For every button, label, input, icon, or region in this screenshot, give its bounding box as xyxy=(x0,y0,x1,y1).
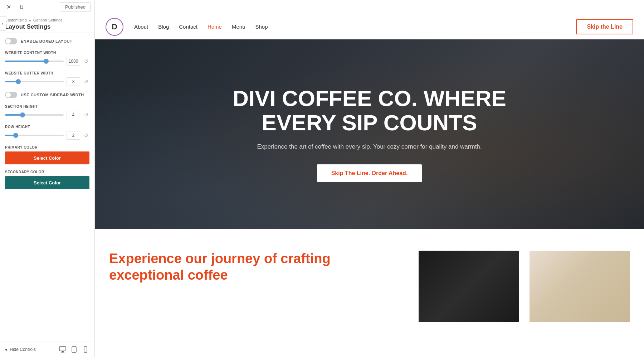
eye-icon: ● xyxy=(5,347,8,352)
website-content-width-label: WEBSITE CONTENT WIDTH xyxy=(5,51,89,55)
nav-blog[interactable]: Blog xyxy=(158,24,169,30)
row-height-slider[interactable] xyxy=(5,135,64,136)
primary-color-button[interactable]: Select Color xyxy=(5,151,89,164)
svg-rect-5 xyxy=(84,347,87,352)
breadcrumb-section: General Settings xyxy=(33,18,63,22)
section-height-row: 4 ↺ xyxy=(5,111,89,119)
tablet-icon[interactable] xyxy=(70,346,78,353)
sidebar-panel: ‹ Customizing ▸ General Settings Layout … xyxy=(0,14,95,357)
phone-icon[interactable] xyxy=(82,346,89,353)
primary-color-section: PRIMARY COLOR Select Color xyxy=(5,145,89,164)
top-bar-left: ✕ ⇅ Published xyxy=(0,0,95,14)
hero-content: DIVI COFFEE CO. WHERE EVERY SIP COUNTS E… xyxy=(209,86,531,182)
use-custom-sidebar-label: USE CUSTOM SIDEBAR WIDTH xyxy=(21,93,84,97)
section-height-label: SECTION HEIGHT xyxy=(5,105,89,108)
below-hero-text: Experience our journey of crafting excep… xyxy=(109,251,408,283)
desktop-icon[interactable] xyxy=(59,346,67,353)
breadcrumb-arrow: ▸ xyxy=(29,18,32,22)
website-gutter-width-value: 3 xyxy=(67,77,80,86)
svg-rect-0 xyxy=(59,347,66,351)
section-height-section: SECTION HEIGHT 4 ↺ xyxy=(5,105,89,119)
panel-controls: ENABLE BOXED LAYOUT WEBSITE CONTENT WIDT… xyxy=(0,33,94,342)
secondary-color-section: SECONDARY COLOR Select Color xyxy=(5,170,89,189)
section-height-reset[interactable]: ↺ xyxy=(83,112,89,118)
website-content-width-row: 1080 ↺ xyxy=(5,57,89,66)
published-button[interactable]: Published xyxy=(60,3,91,11)
hide-controls-button[interactable]: ● Hide Controls xyxy=(5,347,36,352)
svg-point-4 xyxy=(74,351,74,352)
row-height-section: ROW HEIGHT 2 ↺ xyxy=(5,125,89,140)
page-title: Layout Settings xyxy=(5,23,89,30)
site-header: D About Blog Contact Home Menu Shop Skip… xyxy=(95,14,644,39)
nav-contact[interactable]: Contact xyxy=(179,24,197,30)
enable-boxed-layout-row: ENABLE BOXED LAYOUT xyxy=(5,38,89,44)
below-hero: Experience our journey of crafting excep… xyxy=(95,229,644,344)
nav-about[interactable]: About xyxy=(134,24,148,30)
breadcrumb: Customizing ▸ General Settings xyxy=(5,18,89,23)
bottom-bar: ● Hide Controls xyxy=(0,342,94,357)
primary-color-label: PRIMARY COLOR xyxy=(5,145,89,149)
main-layout: ‹ Customizing ▸ General Settings Layout … xyxy=(0,14,644,357)
breadcrumb-area: ‹ Customizing ▸ General Settings Layout … xyxy=(0,14,94,33)
breadcrumb-parent: Customizing xyxy=(5,18,27,22)
top-bar: ✕ ⇅ Published xyxy=(0,0,644,14)
row-height-reset[interactable]: ↺ xyxy=(83,132,89,139)
website-content-width-section: WEBSITE CONTENT WIDTH 1080 ↺ xyxy=(5,51,89,66)
website-content-width-value: 1080 xyxy=(67,57,80,66)
use-custom-sidebar-row: USE CUSTOM SIDEBAR WIDTH xyxy=(5,92,89,98)
device-icons xyxy=(59,346,89,353)
nav-shop[interactable]: Shop xyxy=(255,24,268,30)
use-custom-sidebar-toggle[interactable] xyxy=(5,92,17,98)
svg-rect-1 xyxy=(62,351,64,352)
row-height-value: 2 xyxy=(67,131,80,140)
below-hero-heading: Experience our journey of crafting excep… xyxy=(109,251,401,283)
arrows-icon: ⇅ xyxy=(19,4,24,10)
enable-boxed-layout-label: ENABLE BOXED LAYOUT xyxy=(21,39,72,43)
undo-redo-button[interactable]: ⇅ xyxy=(16,2,26,12)
website-gutter-width-slider[interactable] xyxy=(5,81,64,82)
hide-controls-label: Hide Controls xyxy=(10,347,36,352)
hero-subtitle: Experience the art of coffee with every … xyxy=(223,142,516,151)
row-height-label: ROW HEIGHT xyxy=(5,125,89,129)
section-height-value: 4 xyxy=(67,111,80,119)
close-button[interactable]: ✕ xyxy=(4,2,14,12)
preview-area: D About Blog Contact Home Menu Shop Skip… xyxy=(95,14,644,357)
secondary-color-label: SECONDARY COLOR xyxy=(5,170,89,174)
hero-cta-button[interactable]: Skip The Line. Order Ahead. xyxy=(317,164,422,182)
site-logo: D xyxy=(106,18,123,36)
below-hero-image-2 xyxy=(530,251,630,322)
hero-section: DIVI COFFEE CO. WHERE EVERY SIP COUNTS E… xyxy=(95,39,644,229)
website-gutter-width-label: WEBSITE GUTTER WIDTH xyxy=(5,71,89,75)
back-button[interactable]: ‹ xyxy=(0,16,6,31)
website-gutter-width-row: 3 ↺ xyxy=(5,77,89,86)
enable-boxed-layout-toggle[interactable] xyxy=(5,38,17,44)
close-icon: ✕ xyxy=(6,4,11,10)
nav-menu[interactable]: Menu xyxy=(232,24,245,30)
toggle-knob xyxy=(6,39,11,44)
below-hero-image-1 xyxy=(419,251,519,322)
svg-point-6 xyxy=(85,352,86,352)
svg-rect-2 xyxy=(61,352,64,353)
website-content-width-reset[interactable]: ↺ xyxy=(83,58,89,64)
site-nav: About Blog Contact Home Menu Shop xyxy=(134,24,268,30)
toggle-knob-2 xyxy=(6,92,11,97)
website-gutter-width-reset[interactable]: ↺ xyxy=(83,78,89,85)
row-height-row: 2 ↺ xyxy=(5,131,89,140)
website-content-width-slider[interactable] xyxy=(5,61,64,62)
section-height-slider[interactable] xyxy=(5,114,64,116)
website-gutter-width-section: WEBSITE GUTTER WIDTH 3 ↺ xyxy=(5,71,89,86)
skip-the-line-button[interactable]: Skip the Line xyxy=(576,19,633,34)
secondary-color-button[interactable]: Select Color xyxy=(5,176,89,189)
hero-title: DIVI COFFEE CO. WHERE EVERY SIP COUNTS xyxy=(223,86,516,135)
nav-home[interactable]: Home xyxy=(208,24,222,30)
